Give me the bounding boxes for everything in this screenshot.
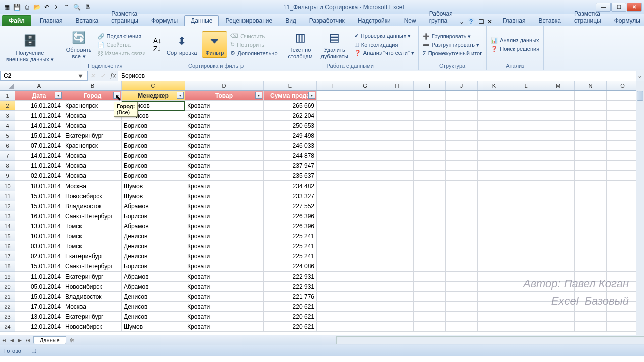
cell-empty[interactable] <box>607 111 639 121</box>
cell-empty[interactable] <box>607 151 639 161</box>
cell-empty[interactable] <box>575 302 607 312</box>
cell-empty[interactable] <box>317 261 349 272</box>
name-box[interactable]: C2▾ <box>0 71 88 81</box>
row-header-5[interactable]: 5 <box>0 131 15 141</box>
cell-data[interactable]: 250 653 <box>264 121 317 131</box>
new-sheet-icon[interactable]: ✻ <box>69 337 74 344</box>
column-header-J[interactable]: J <box>446 81 478 90</box>
cell-data[interactable]: Кровати <box>185 221 264 231</box>
cell-empty[interactable] <box>381 101 414 111</box>
cell-empty[interactable] <box>349 90 381 101</box>
cell-empty[interactable] <box>317 101 349 111</box>
cell-data[interactable]: 226 396 <box>264 221 317 231</box>
column-header-A[interactable]: A <box>15 81 63 90</box>
close-workbook-icon[interactable]: ✕ <box>487 18 492 25</box>
group-button[interactable]: ➕Группировать ▾ <box>422 33 483 40</box>
cell-empty[interactable] <box>607 272 639 282</box>
cell-data[interactable]: Москва <box>63 181 122 191</box>
cancel-formula-icon[interactable]: ✕ <box>88 71 98 81</box>
cell-empty[interactable] <box>446 292 478 302</box>
data-analysis-button[interactable]: 📊Анализ данных <box>490 37 540 44</box>
cell-empty[interactable] <box>381 261 414 272</box>
cell-empty[interactable] <box>414 282 446 292</box>
cell-data[interactable]: Борисов <box>122 261 185 272</box>
cell-empty[interactable] <box>478 141 510 151</box>
cell-empty[interactable] <box>607 211 639 221</box>
cell-empty[interactable] <box>575 322 607 332</box>
sum-icon[interactable]: Σ <box>52 3 61 12</box>
cell-empty[interactable] <box>478 221 510 231</box>
cell-empty[interactable] <box>510 221 542 231</box>
cell-empty[interactable] <box>575 241 607 251</box>
cell-empty[interactable] <box>575 191 607 201</box>
cell-data[interactable]: Денисов <box>122 312 185 322</box>
cell-empty[interactable] <box>478 161 510 171</box>
cell-empty[interactable] <box>317 151 349 161</box>
cell-data[interactable]: 11.01.2014 <box>15 272 63 282</box>
cell-data[interactable]: 225 241 <box>264 231 317 241</box>
cell-empty[interactable] <box>510 261 542 272</box>
column-header-L[interactable]: L <box>510 81 542 90</box>
cell-empty[interactable] <box>349 211 381 221</box>
enter-formula-icon[interactable]: ✓ <box>98 71 108 81</box>
cell-data[interactable]: Москва <box>63 171 122 181</box>
cell-empty[interactable] <box>542 322 575 332</box>
whatif-button[interactable]: ❓Анализ "что если" ▾ <box>353 49 415 57</box>
cell-empty[interactable] <box>510 131 542 141</box>
cell-empty[interactable] <box>575 171 607 181</box>
cell-empty[interactable] <box>575 251 607 261</box>
cell-data[interactable]: 16.01.2014 <box>15 101 63 111</box>
cell-empty[interactable] <box>349 151 381 161</box>
cell-data[interactable]: 244 878 <box>264 151 317 161</box>
row-header-11[interactable]: 11 <box>0 191 15 201</box>
cell-empty[interactable] <box>414 211 446 221</box>
cell-empty[interactable] <box>414 221 446 231</box>
cell-empty[interactable] <box>446 302 478 312</box>
cell-empty[interactable] <box>414 121 446 131</box>
cell-empty[interactable] <box>349 251 381 261</box>
cell-empty[interactable] <box>349 181 381 191</box>
cell-empty[interactable] <box>575 131 607 141</box>
row-header-4[interactable]: 4 <box>0 121 15 131</box>
cell-empty[interactable] <box>349 282 381 292</box>
column-header-F[interactable]: F <box>317 81 349 90</box>
cell-empty[interactable] <box>349 161 381 171</box>
cell-empty[interactable] <box>478 282 510 292</box>
cell-data[interactable]: Кровати <box>185 312 264 322</box>
cell-data[interactable]: Кровати <box>185 231 264 241</box>
cell-empty[interactable] <box>414 201 446 211</box>
save-icon[interactable]: 💾 <box>12 3 21 12</box>
cell-empty[interactable] <box>381 221 414 231</box>
cell-data[interactable]: 15.01.2014 <box>15 292 63 302</box>
cell-empty[interactable] <box>446 251 478 261</box>
cell-empty[interactable] <box>317 312 349 322</box>
open-icon[interactable]: 📂 <box>32 3 41 12</box>
cell-empty[interactable] <box>381 292 414 302</box>
cell-empty[interactable] <box>349 322 381 332</box>
refresh-all-button[interactable]: 🔄Обновить все ▾ <box>63 29 95 60</box>
cell-empty[interactable] <box>510 191 542 201</box>
cell-empty[interactable] <box>414 251 446 261</box>
cell-data[interactable]: Кровати <box>185 171 264 181</box>
cell-empty[interactable] <box>446 201 478 211</box>
cell-data[interactable]: 13.01.2014 <box>15 312 63 322</box>
column-header-N[interactable]: N <box>575 81 607 90</box>
cell-empty[interactable] <box>446 90 478 101</box>
tab-Главная[interactable]: Главная <box>33 15 69 26</box>
cell-empty[interactable] <box>381 121 414 131</box>
cell-empty[interactable] <box>607 171 639 181</box>
cell-empty[interactable] <box>575 211 607 221</box>
cell-data[interactable]: Кровати <box>185 131 264 141</box>
column-header-M[interactable]: M <box>542 81 575 90</box>
cell-empty[interactable] <box>414 90 446 101</box>
cell-data[interactable]: 15.01.2014 <box>15 261 63 272</box>
cell-empty[interactable] <box>510 211 542 221</box>
cell-empty[interactable] <box>542 312 575 322</box>
cell-empty[interactable] <box>414 261 446 272</box>
cell-empty[interactable] <box>542 181 575 191</box>
cell-empty[interactable] <box>510 312 542 322</box>
cell-empty[interactable] <box>542 111 575 121</box>
cell-data[interactable]: 02.01.2014 <box>15 171 63 181</box>
cell-empty[interactable] <box>478 211 510 221</box>
cell-data[interactable]: Кровати <box>185 201 264 211</box>
